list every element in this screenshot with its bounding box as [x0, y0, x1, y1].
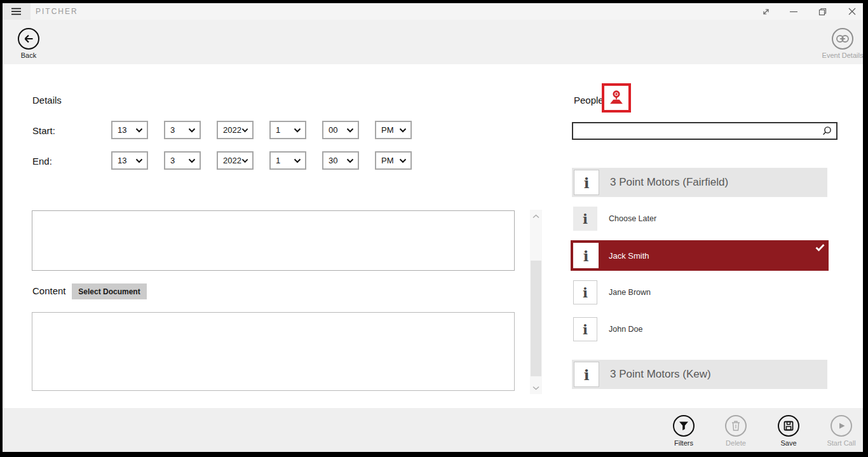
filters-button[interactable]: Filters: [663, 415, 704, 447]
info-icon: i: [573, 243, 599, 268]
hamburger-icon: [11, 8, 21, 15]
back-label: Back: [6, 51, 51, 59]
chevron-down-icon: [346, 158, 354, 163]
chevron-down-icon: [241, 158, 248, 163]
scrollbar-thumb[interactable]: [531, 261, 541, 376]
back-button[interactable]: Back: [6, 28, 51, 59]
person-label: John Doe: [609, 325, 643, 334]
list-item-selected[interactable]: i Jack Smith: [571, 240, 829, 271]
start-minute-dropdown[interactable]: 00: [322, 121, 359, 139]
scroll-down-icon[interactable]: [530, 383, 542, 393]
scrollbar[interactable]: [530, 210, 542, 394]
chevron-down-icon: [294, 158, 301, 163]
end-datetime-row: 13 3 2022 1 30 PM: [111, 151, 412, 170]
event-details-label: Event Details: [820, 51, 863, 59]
content-heading: Content: [32, 285, 66, 296]
person-label: Jack Smith: [609, 251, 649, 261]
start-hour-dropdown[interactable]: 1: [269, 121, 306, 139]
chevron-down-icon: [346, 128, 354, 133]
link-icon: [835, 33, 850, 44]
restore-icon: [818, 7, 827, 17]
end-ampm-dropdown[interactable]: PM: [375, 151, 412, 170]
minimize-button[interactable]: [784, 3, 803, 20]
content-textarea[interactable]: [32, 312, 515, 391]
select-document-button[interactable]: Select Document: [72, 283, 147, 299]
map-pin-icon: [607, 89, 625, 107]
scroll-up-icon[interactable]: [530, 211, 542, 221]
fullscreen-button[interactable]: [756, 3, 775, 20]
app-window: PITCHER: [3, 3, 863, 452]
app-title: PITCHER: [36, 3, 78, 20]
arrow-left-icon: [22, 32, 35, 45]
bottom-appbar: Filters Delete Save: [3, 408, 863, 452]
chevron-down-icon: [294, 128, 301, 133]
list-item[interactable]: i Jane Brown: [573, 278, 827, 306]
trash-icon: [729, 419, 742, 432]
location-pin-button[interactable]: [602, 83, 631, 113]
close-button[interactable]: [843, 3, 862, 20]
end-year-dropdown[interactable]: 2022: [217, 151, 254, 170]
checkmark-icon: [815, 243, 825, 254]
hamburger-menu-button[interactable]: [3, 3, 31, 20]
start-ampm-dropdown[interactable]: PM: [375, 121, 412, 139]
people-search-input[interactable]: [573, 123, 821, 139]
chevron-down-icon: [135, 158, 143, 163]
save-button[interactable]: Save: [768, 415, 809, 447]
info-icon: i: [573, 280, 597, 304]
diagonal-resize-icon: [761, 7, 771, 17]
chevron-down-icon: [399, 128, 407, 133]
end-day-dropdown[interactable]: 13: [111, 151, 148, 170]
end-hour-dropdown[interactable]: 1: [269, 151, 306, 170]
start-day-dropdown[interactable]: 13: [111, 121, 148, 139]
event-details-button[interactable]: Event Details: [820, 28, 863, 59]
list-group-header[interactable]: i 3 Point Motors (Kew): [572, 360, 827, 389]
people-heading: People: [574, 95, 604, 106]
start-month-dropdown[interactable]: 3: [164, 121, 201, 139]
group-label: 3 Point Motors (Fairfield): [610, 176, 728, 189]
magnifier-icon[interactable]: [821, 125, 832, 137]
top-toolbar: Back Event Details: [3, 20, 863, 64]
details-heading: Details: [32, 95, 62, 106]
person-label: Choose Later: [609, 214, 656, 223]
start-year-dropdown[interactable]: 2022: [217, 121, 254, 139]
chevron-down-icon: [188, 158, 196, 163]
chevron-down-icon: [188, 128, 196, 133]
info-icon: i: [573, 207, 597, 231]
restore-button[interactable]: [813, 3, 832, 20]
group-label: 3 Point Motors (Kew): [610, 368, 711, 381]
titlebar: PITCHER: [3, 3, 863, 20]
info-icon: i: [574, 362, 599, 387]
end-month-dropdown[interactable]: 3: [164, 151, 201, 170]
main-content: Details Start: End: 13 3 2022 1 00 PM 13…: [3, 64, 863, 408]
delete-button[interactable]: Delete: [715, 415, 756, 447]
start-label: Start:: [32, 125, 55, 136]
notes-textarea[interactable]: [32, 210, 515, 271]
info-icon: i: [573, 317, 597, 341]
list-item[interactable]: i Choose Later: [573, 205, 827, 233]
minimize-icon: [789, 7, 798, 16]
close-icon: [848, 7, 857, 16]
chevron-down-icon: [135, 128, 143, 133]
info-icon: i: [574, 170, 599, 195]
end-minute-dropdown[interactable]: 30: [322, 151, 359, 170]
funnel-icon: [677, 419, 690, 432]
list-group-header[interactable]: i 3 Point Motors (Fairfield): [572, 168, 827, 197]
floppy-icon: [782, 419, 795, 432]
play-icon: [835, 419, 848, 432]
list-item[interactable]: i John Doe: [573, 315, 827, 343]
people-search: [572, 122, 837, 140]
start-call-button[interactable]: Start Call: [821, 415, 862, 447]
chevron-down-icon: [241, 128, 248, 133]
chevron-down-icon: [399, 158, 407, 163]
person-label: Jane Brown: [609, 288, 651, 297]
end-label: End:: [32, 156, 52, 167]
start-datetime-row: 13 3 2022 1 00 PM: [111, 121, 412, 139]
